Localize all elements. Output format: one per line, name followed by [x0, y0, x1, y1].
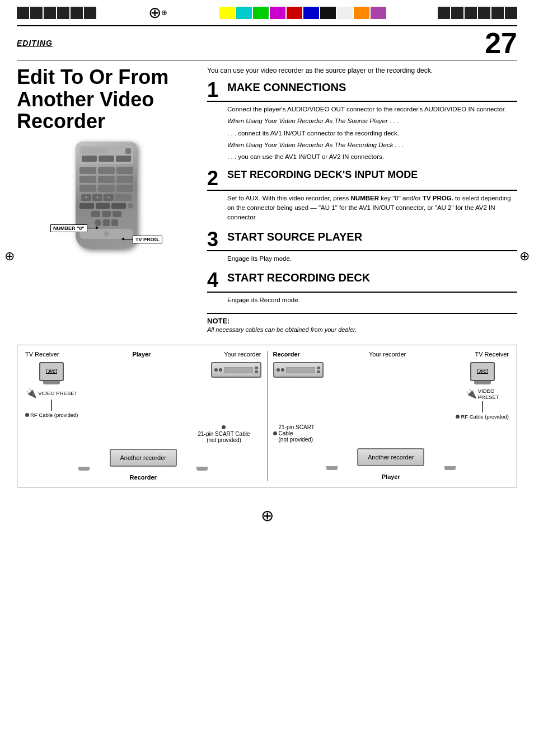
remote-body: + + +	[76, 142, 137, 249]
remote-mid-round	[128, 203, 133, 209]
right-vcr-led1	[277, 368, 280, 372]
color-bar-red	[287, 7, 302, 19]
remote-num-6	[116, 176, 133, 183]
page-title: Edit To Or From Another Video Recorder	[17, 66, 196, 133]
remote-btn-c	[116, 156, 131, 162]
right-recorder-label: Recorder	[273, 351, 300, 358]
remote-tvprog-btn	[115, 194, 132, 201]
video-preset-icon-left: 🔌	[26, 388, 37, 398]
page-number: 27	[485, 29, 517, 58]
remote-btn-a	[82, 156, 97, 162]
right-panel-header: Recorder Your recorder TV Receiver	[273, 351, 509, 358]
left-foot-1	[78, 467, 90, 471]
right-rf-label: RF Cable (provided)	[461, 414, 509, 420]
remote-num-1	[79, 167, 96, 174]
step-1-text-3: When Using Your Video Recorder As The Re…	[227, 142, 404, 148]
right-vcr-btns	[317, 367, 320, 373]
left-crosshair: ⊕	[4, 249, 15, 264]
right-vcr-slot	[286, 367, 315, 373]
callout-box-tvprog: TV PROG.	[133, 236, 162, 243]
top-bar: ⊕	[0, 0, 534, 25]
right-scart-connector	[273, 431, 277, 435]
remote-num-4	[79, 176, 96, 183]
remote-rewind	[91, 211, 100, 217]
left-scart-label-container: 21-pin SCART Cable (not provided)	[25, 422, 261, 443]
reg-square-r5	[491, 7, 504, 19]
step-2-number: 2	[207, 170, 223, 187]
callout-box-number: NUMBER "0"	[50, 224, 87, 232]
left-vcr-led2	[219, 368, 222, 372]
left-diagram-panel: TV Receiver Player Your recorder JVC	[25, 351, 268, 481]
step-4-text-0: Engage its Record mode.	[227, 295, 517, 305]
remote-plusminus-row: + + +	[79, 194, 133, 201]
color-bars	[219, 7, 386, 19]
left-column: Edit To Or From Another Video Recorder N…	[17, 66, 196, 334]
right-scart-label: 21-pin SCART Cable (not provided)	[279, 424, 315, 443]
color-bar-orange	[354, 7, 369, 19]
left-player-label: Player	[132, 351, 151, 358]
color-bar-white	[337, 7, 353, 19]
right-jvc-brand: JVC	[479, 369, 486, 373]
color-bar-magenta	[270, 7, 285, 19]
left-recorder-bottom-label: Recorder	[130, 474, 157, 481]
right-jvc-screen: JVC	[470, 362, 495, 381]
number-zero-callout: NUMBER "0"	[50, 224, 99, 232]
step-1-header: 1 MAKE CONNECTIONS	[207, 81, 517, 102]
left-tv-device: JVC 🔌 VIDEO PRESET	[25, 362, 78, 418]
reg-square-3	[44, 7, 56, 19]
right-another-recorder-text: Another recorder	[368, 454, 414, 461]
left-vcr-slot	[224, 367, 253, 373]
arrow-right-number	[87, 228, 99, 228]
right-rf-cable: RF Cable (provided)	[456, 414, 509, 420]
remote-btn-b	[99, 156, 114, 162]
right-vcr-graphic	[273, 362, 324, 378]
step-1-text-4: . . . you can use the AV1 IN/OUT or AV2 …	[227, 152, 517, 162]
right-jvc-base	[474, 381, 491, 384]
right-crosshair: ⊕	[519, 249, 530, 264]
remote-middle-row	[79, 203, 133, 209]
remote-forward	[113, 211, 121, 217]
right-recorder-feet	[273, 466, 509, 470]
step-3: 3 START SOURCE PLAYER Engage its Play mo…	[207, 231, 517, 264]
left-vcr-led1	[214, 368, 218, 372]
bottom-diagram: TV Receiver Player Your recorder JVC	[17, 345, 517, 487]
bottom-crosshair-icon: ⊕	[261, 506, 274, 525]
remote-btn-top-r	[125, 148, 131, 154]
left-vcr-graphic	[211, 362, 261, 378]
step-2-header: 2 SET RECORDING DECK'S INPUT MODE	[207, 170, 517, 190]
left-rf-connector	[25, 413, 29, 417]
tvprog-callout: TV PROG.	[121, 236, 162, 243]
color-bar-yellow	[219, 7, 235, 19]
arrow-left-tvprog	[121, 239, 133, 240]
color-bar-cyan	[236, 7, 252, 19]
left-jvc-tv: JVC	[38, 362, 65, 384]
right-your-recorder-label: Your recorder	[369, 351, 406, 358]
reg-square-4	[57, 7, 69, 19]
reg-square-r1	[438, 7, 450, 19]
right-vcr-btn1	[317, 367, 320, 369]
left-vcr-controls	[214, 368, 222, 372]
right-rf-vert-line	[482, 401, 483, 412]
step-1-number: 1	[207, 81, 223, 99]
right-rf-connector	[456, 415, 460, 419]
step-1-body: Connect the player's AUDIO/VIDEO OUT con…	[207, 105, 517, 162]
right-player-bottom-label: Player	[382, 473, 400, 480]
reg-square-5	[71, 7, 83, 19]
right-devices-row: JVC 🔌 VIDEO PRESET	[273, 362, 509, 420]
color-bar-blue	[303, 7, 319, 19]
right-another-recorder-area: Another recorder Player	[273, 448, 509, 481]
right-vcr-device	[273, 362, 324, 378]
left-jvc-label: JVC	[46, 369, 57, 374]
section-header: EDITING 27	[17, 25, 517, 60]
remote-mid-a	[79, 203, 94, 209]
left-your-recorder-label: Your recorder	[224, 351, 261, 358]
left-another-recorder-graphic: Another recorder	[110, 449, 177, 467]
reg-square-r3	[465, 7, 477, 19]
left-tv-label: TV Receiver	[25, 351, 59, 358]
right-scart-area: 21-pin SCART Cable (not provided)	[273, 424, 509, 443]
remote-play	[102, 211, 111, 217]
remote-display	[82, 148, 107, 154]
right-video-preset-label: VIDEO PRESET	[478, 388, 499, 400]
reg-square-r2	[451, 7, 463, 19]
left-recorder-bottom-label-container: Recorder	[25, 473, 261, 481]
